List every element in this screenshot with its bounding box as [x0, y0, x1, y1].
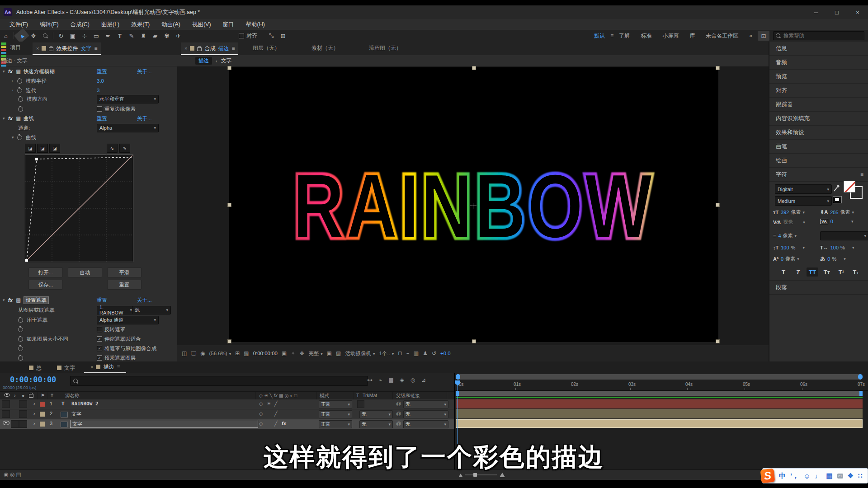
ime-skin-icon[interactable]: ❖ — [848, 472, 854, 480]
tab-comp-text[interactable]: 文字 — [51, 362, 81, 373]
pickwhip-icon[interactable]: @ — [396, 421, 401, 426]
minimize-button[interactable]: ─ — [806, 5, 826, 19]
layer-name-editing[interactable]: 文字 — [70, 420, 258, 428]
panel-paint[interactable]: 绘画 — [769, 154, 868, 168]
vertical-scale-control[interactable]: ↕T100 %▾ — [773, 245, 805, 250]
expander-icon[interactable]: › — [33, 401, 39, 406]
panel-audio[interactable]: 音频 — [769, 56, 868, 70]
blur-direction-dropdown[interactable]: 水平和垂直▾ — [97, 95, 159, 103]
workspace-menu-icon[interactable]: ≡ — [610, 33, 613, 39]
curve-size-medium-button[interactable]: ◪ — [37, 144, 48, 153]
fill-swatch-nofill[interactable] — [844, 181, 855, 192]
ime-keyboard-icon[interactable]: ▦ — [826, 472, 833, 480]
timeline-button-icon[interactable]: ▥ — [414, 350, 419, 357]
quality-switch-icon[interactable]: ◇ — [259, 401, 263, 407]
layer-row-2[interactable]: › 2 文字 ◇ ╱ 正常▾ 无▾ @ 无▾ — [0, 409, 454, 419]
menu-edit[interactable]: 编辑(E) — [34, 21, 65, 28]
current-time[interactable]: 0:00:00:00 — [253, 351, 278, 356]
timeline-pan-bar[interactable] — [456, 374, 863, 380]
zoom-level-dropdown[interactable]: (56.6%)▾ — [209, 351, 231, 356]
fill-stroke-swatches[interactable] — [844, 181, 863, 199]
reset-link[interactable]: 重置 — [97, 68, 107, 75]
tab-comp-total[interactable]: 总 — [23, 362, 48, 373]
panel-menu-icon[interactable]: ≡ — [94, 45, 97, 52]
layer-row-1[interactable]: › 1 T RAINBOW 2 ◇ ☀ ╱ 正常▾ @ 无▾ — [0, 399, 454, 409]
grid-widget-icon[interactable]: ⤡ — [265, 31, 277, 41]
ime-login-badge[interactable]: 21 — [837, 474, 843, 479]
fx-switch-icon[interactable]: fx — [282, 421, 286, 426]
resolution-dropdown[interactable]: 完整▾ — [308, 350, 323, 357]
fast-preview-icon[interactable]: ⌁ — [406, 350, 410, 357]
invert-matte-checkbox[interactable] — [97, 327, 102, 332]
lock-toggle[interactable] — [19, 400, 27, 408]
blur-radius-value[interactable]: 3.0 — [97, 78, 104, 84]
workspace-default[interactable]: 默认 — [589, 32, 610, 40]
trkmat-dropdown[interactable]: 无▾ — [359, 410, 393, 418]
selection-handle[interactable] — [472, 66, 476, 70]
effect-curves-header[interactable]: ▾fx ▩ 曲线 重置 关于... — [0, 114, 177, 123]
stopwatch-icon[interactable] — [18, 356, 23, 361]
selection-handle[interactable] — [227, 339, 231, 343]
tab-footage[interactable]: 素材（无） — [311, 44, 339, 52]
quality-slash-icon[interactable]: ╱ — [274, 401, 278, 407]
workspace-libraries[interactable]: 库 — [684, 32, 700, 40]
mode-dropdown[interactable]: 正常▾ — [319, 410, 352, 418]
eye-icon[interactable] — [3, 421, 9, 426]
curve-size-large-button[interactable]: ◪ — [49, 144, 60, 153]
home-icon[interactable]: ⌂ — [0, 31, 12, 41]
source-name-column[interactable]: 源名称 — [65, 393, 80, 399]
stopwatch-icon[interactable] — [18, 97, 23, 102]
maximize-button[interactable]: □ — [826, 5, 847, 19]
hide-shy-icon[interactable]: ▦ — [388, 377, 393, 383]
tab-effect-controls[interactable]: × 效果控件 文字 ≡ — [33, 42, 101, 55]
curve-editor[interactable] — [25, 155, 133, 262]
pickwhip-icon[interactable]: @ — [396, 411, 401, 416]
graph-editor-icon[interactable]: ⊿ — [421, 377, 426, 383]
lock-toggle[interactable] — [19, 410, 27, 418]
menu-composition[interactable]: 合成(C) — [65, 21, 95, 28]
channel-icon[interactable]: ◉ — [200, 350, 205, 357]
stopwatch-icon[interactable] — [18, 318, 23, 323]
mask-toggle-icon[interactable]: ▨ — [336, 350, 341, 357]
menu-layer[interactable]: 图层(L) — [95, 21, 125, 28]
stroke-style-dropdown[interactable]: ▾ — [820, 231, 868, 240]
layer-name[interactable]: 文字 — [71, 411, 81, 418]
selection-handle[interactable] — [716, 203, 720, 207]
ime-mode-chinese[interactable]: 中 — [779, 472, 786, 480]
font-family-dropdown[interactable]: Digitalt▾ — [775, 184, 832, 194]
stroke-width-control[interactable]: ≡4 像素▾ — [773, 232, 797, 239]
close-tab-icon[interactable]: × — [36, 46, 39, 51]
matte-source-dropdown[interactable]: 源▾ — [132, 306, 171, 314]
sogou-logo[interactable]: S — [760, 469, 775, 483]
anchor-point-icon[interactable] — [470, 203, 476, 209]
parent-dropdown[interactable]: 无▾ — [403, 400, 448, 408]
work-area-bar[interactable] — [456, 391, 863, 396]
panel-align[interactable]: 对齐 — [769, 84, 868, 98]
all-caps-button[interactable]: TT — [807, 267, 818, 277]
grid-guides-icon[interactable]: ⊞ — [235, 350, 240, 357]
pickwhip-icon[interactable]: @ — [396, 401, 401, 406]
expander-icon[interactable]: › — [33, 421, 39, 426]
parent-link-column[interactable]: 父级和链接 — [396, 393, 420, 399]
kerning-control[interactable]: V∕A视觉▾ — [773, 219, 805, 225]
frame-blend-icon[interactable]: ◈ — [400, 377, 404, 383]
workspace-manage-icon[interactable]: ⊡ — [758, 31, 769, 41]
workspace-standard[interactable]: 标准 — [635, 32, 657, 40]
mode-dropdown[interactable]: 正常▾ — [319, 420, 352, 428]
panel-menu-icon[interactable]: ≡ — [860, 171, 863, 178]
stopwatch-icon[interactable] — [18, 327, 23, 332]
audio-toggle[interactable] — [11, 420, 19, 428]
snapshot-camera-icon[interactable]: ▣ — [282, 350, 287, 357]
panel-content-aware-fill[interactable]: 内容识别填充 — [769, 112, 868, 126]
selection-handle[interactable] — [716, 339, 720, 343]
panel-paragraph[interactable]: 段落 — [769, 280, 868, 295]
stretch-matte-checkbox[interactable] — [97, 336, 102, 342]
iterations-value[interactable]: 3 — [97, 88, 99, 93]
selection-handle[interactable] — [716, 66, 720, 70]
trkmat-dropdown[interactable]: 无▾ — [359, 420, 393, 428]
menu-view[interactable]: 视图(V) — [186, 21, 217, 28]
curves-reset-button[interactable]: 重置 — [107, 280, 142, 290]
type-tool-icon[interactable]: T — [114, 31, 126, 41]
curves-save-button[interactable]: 保存... — [28, 280, 63, 290]
motion-blur-icon[interactable]: ◎ — [410, 377, 415, 383]
